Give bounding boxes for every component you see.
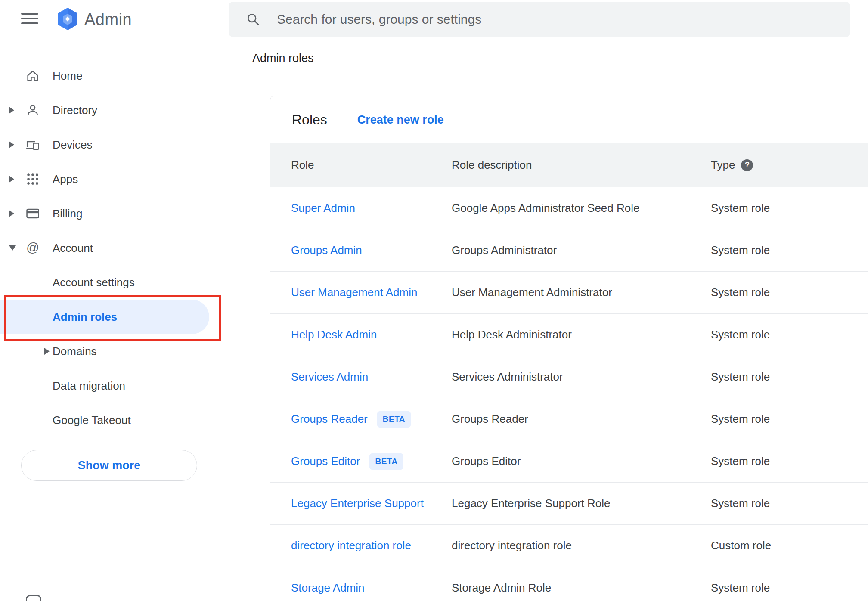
menu-button[interactable] bbox=[21, 13, 38, 25]
table-row: Super AdminGoogle Apps Administrator See… bbox=[270, 187, 868, 229]
role-description: User Management Administrator bbox=[452, 286, 711, 299]
table-row: Legacy Enterprise SupportLegacy Enterpri… bbox=[270, 483, 868, 525]
chevron-right-icon[interactable] bbox=[44, 348, 50, 355]
role-link[interactable]: User Management Admin bbox=[291, 286, 417, 299]
sidebar: Admin HomeDirectoryDevicesAppsBilling@Ac… bbox=[0, 0, 228, 601]
sidebar-item-label: Google Takeout bbox=[53, 414, 131, 427]
sidebar-item-label: Admin roles bbox=[53, 310, 117, 324]
sidebar-item-label: Home bbox=[53, 69, 82, 83]
table-row: Services AdminServices AdministratorSyst… bbox=[270, 356, 868, 398]
sidebar-item-domains[interactable]: Domains bbox=[0, 334, 228, 369]
search-bar[interactable] bbox=[229, 2, 850, 37]
sidebar-item-data-migration[interactable]: Data migration bbox=[0, 369, 228, 403]
role-description: Storage Admin Role bbox=[452, 581, 711, 595]
sidebar-item-directory[interactable]: Directory bbox=[0, 93, 228, 127]
sidebar-item-devices[interactable]: Devices bbox=[0, 127, 228, 162]
header-divider bbox=[228, 76, 868, 76]
sidebar-item-home[interactable]: Home bbox=[0, 59, 228, 93]
role-link[interactable]: Groups Admin bbox=[291, 244, 362, 257]
sidebar-item-account-settings[interactable]: Account settings bbox=[0, 265, 228, 300]
chevron-right-icon[interactable] bbox=[9, 210, 14, 217]
role-link[interactable]: Storage Admin bbox=[291, 581, 365, 594]
role-type: System role bbox=[711, 412, 868, 426]
sidebar-nav: HomeDirectoryDevicesAppsBilling@AccountA… bbox=[0, 59, 228, 437]
table-row: Groups EditorBETAGroups EditorSystem rol… bbox=[270, 440, 868, 483]
beta-badge: BETA bbox=[377, 411, 411, 428]
table-row: directory integration roledirectory inte… bbox=[270, 525, 868, 567]
support-icon[interactable] bbox=[26, 595, 41, 601]
table-row: Help Desk AdminHelp Desk AdministratorSy… bbox=[270, 314, 868, 356]
roles-card-header: Roles Create new role bbox=[270, 96, 868, 143]
role-description: Google Apps Administrator Seed Role bbox=[452, 201, 711, 215]
admin-logo-icon[interactable] bbox=[55, 6, 80, 31]
role-description: Services Administrator bbox=[452, 370, 711, 384]
role-type: System role bbox=[711, 370, 868, 384]
table-row: Groups ReaderBETAGroups ReaderSystem rol… bbox=[270, 398, 868, 440]
breadcrumb: Admin roles bbox=[252, 52, 314, 65]
table-header: Role Role description Type ? bbox=[270, 143, 868, 187]
person-icon bbox=[25, 102, 40, 118]
sidebar-item-billing[interactable]: Billing bbox=[0, 196, 228, 231]
role-description: Groups Administrator bbox=[452, 244, 711, 257]
devices-icon bbox=[25, 137, 40, 152]
column-header-description: Role description bbox=[452, 158, 711, 172]
sidebar-item-label: Apps bbox=[53, 173, 78, 186]
roles-card: Roles Create new role Role Role descript… bbox=[270, 96, 868, 601]
at-icon: @ bbox=[25, 240, 40, 256]
role-type: System role bbox=[711, 244, 868, 257]
beta-badge: BETA bbox=[369, 453, 403, 470]
role-description: Groups Editor bbox=[452, 455, 711, 468]
chevron-down-icon[interactable] bbox=[9, 245, 16, 251]
sidebar-item-label: Data migration bbox=[53, 379, 125, 393]
role-type: System role bbox=[711, 201, 868, 215]
table-row: User Management AdminUser Management Adm… bbox=[270, 272, 868, 314]
role-type: System role bbox=[711, 581, 868, 595]
role-type: System role bbox=[711, 328, 868, 341]
sidebar-item-label: Directory bbox=[53, 104, 97, 117]
column-header-role: Role bbox=[291, 158, 452, 172]
role-description: Groups Reader bbox=[452, 412, 711, 426]
table-row: Groups AdminGroups AdministratorSystem r… bbox=[270, 229, 868, 272]
svg-text:@: @ bbox=[26, 241, 39, 254]
sidebar-item-label: Domains bbox=[53, 345, 97, 358]
role-link[interactable]: directory integration role bbox=[291, 539, 411, 552]
role-type: System role bbox=[711, 286, 868, 299]
help-icon[interactable]: ? bbox=[741, 159, 753, 171]
sidebar-item-label: Account bbox=[53, 242, 93, 255]
search-input[interactable] bbox=[277, 12, 833, 27]
role-link[interactable]: Groups Editor bbox=[291, 455, 360, 468]
chevron-right-icon[interactable] bbox=[9, 141, 14, 148]
role-type: Custom role bbox=[711, 539, 868, 552]
sidebar-item-apps[interactable]: Apps bbox=[0, 162, 228, 196]
role-link[interactable]: Help Desk Admin bbox=[291, 328, 377, 341]
sidebar-item-google-takeout[interactable]: Google Takeout bbox=[0, 403, 228, 437]
chevron-right-icon[interactable] bbox=[9, 107, 14, 114]
create-new-role-link[interactable]: Create new role bbox=[357, 113, 444, 127]
search-icon bbox=[246, 12, 260, 27]
role-type: System role bbox=[711, 455, 868, 468]
role-link[interactable]: Services Admin bbox=[291, 370, 368, 383]
role-link[interactable]: Legacy Enterprise Support bbox=[291, 497, 424, 510]
role-link[interactable]: Super Admin bbox=[291, 201, 355, 214]
role-description: Help Desk Administrator bbox=[452, 328, 711, 341]
role-description: Legacy Enterprise Support Role bbox=[452, 497, 711, 510]
role-type: System role bbox=[711, 497, 868, 510]
sidebar-item-admin-roles[interactable]: Admin roles bbox=[0, 300, 209, 334]
role-link[interactable]: Groups Reader bbox=[291, 412, 368, 425]
roles-table-body: Super AdminGoogle Apps Administrator See… bbox=[270, 187, 868, 601]
sidebar-item-label: Account settings bbox=[53, 276, 135, 289]
apps-grid-icon bbox=[25, 171, 40, 187]
billing-card-icon bbox=[25, 206, 40, 221]
chevron-right-icon[interactable] bbox=[9, 176, 14, 183]
card-title: Roles bbox=[292, 112, 327, 128]
role-description: directory integration role bbox=[452, 539, 711, 552]
app-name: Admin bbox=[84, 10, 132, 29]
sidebar-item-label: Devices bbox=[53, 138, 92, 152]
table-row: Storage AdminStorage Admin RoleSystem ro… bbox=[270, 567, 868, 601]
sidebar-item-label: Billing bbox=[53, 207, 82, 220]
column-header-type: Type ? bbox=[711, 158, 868, 172]
sidebar-item-account[interactable]: @Account bbox=[0, 231, 228, 265]
home-icon bbox=[25, 68, 40, 84]
show-more-button[interactable]: Show more bbox=[21, 450, 197, 481]
